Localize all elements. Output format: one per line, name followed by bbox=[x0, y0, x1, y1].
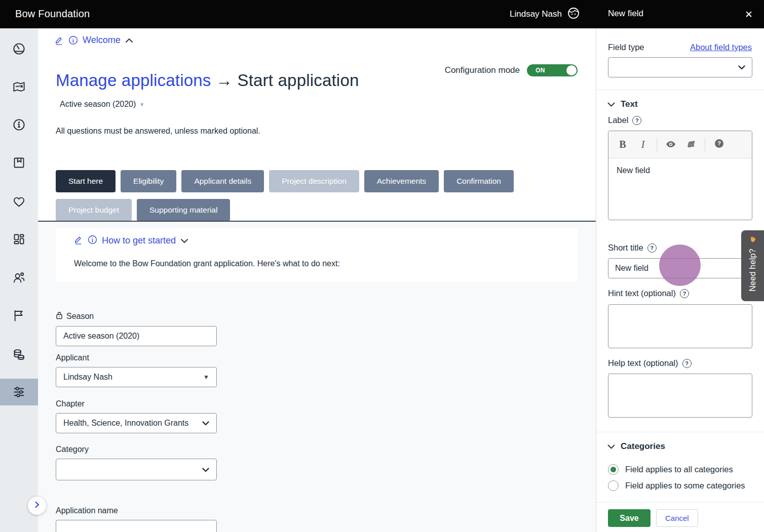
editor-toolbar: B I ? bbox=[608, 131, 752, 158]
need-help-label: Need help? bbox=[748, 249, 757, 292]
field-type-label: Field type bbox=[608, 43, 644, 52]
tab-confirmation[interactable]: Confirmation bbox=[444, 170, 514, 192]
close-icon: ✕ bbox=[745, 9, 753, 20]
category-select[interactable] bbox=[56, 459, 217, 480]
heart-icon[interactable] bbox=[12, 195, 26, 209]
application-name-label: Application name bbox=[56, 506, 118, 515]
radio-label: Field applies to all categories bbox=[625, 465, 733, 474]
coins-icon[interactable] bbox=[12, 348, 26, 361]
eye-icon bbox=[666, 139, 676, 150]
users-icon[interactable] bbox=[12, 271, 26, 284]
tab-achievements[interactable]: Achievements bbox=[364, 170, 439, 192]
edit-icon[interactable] bbox=[55, 35, 64, 45]
label-editor-content[interactable]: New field bbox=[608, 158, 752, 183]
gauge-icon[interactable] bbox=[12, 42, 26, 56]
hint-text-input[interactable] bbox=[608, 304, 752, 348]
help-circle-icon[interactable]: ? bbox=[682, 359, 692, 368]
short-title-input[interactable]: New field bbox=[608, 258, 752, 278]
radio-button[interactable] bbox=[608, 464, 619, 475]
tab-project-budget[interactable]: Project budget bbox=[56, 199, 132, 221]
edit-icon[interactable] bbox=[74, 235, 83, 247]
layout-grid-icon[interactable] bbox=[12, 232, 26, 246]
breadcrumb-arrow: → bbox=[216, 71, 233, 90]
app-window: Bow Foundation Lindsay Nash New field ✕ bbox=[0, 0, 764, 532]
need-help-tab[interactable]: Need help? bbox=[741, 230, 764, 301]
field-type-select[interactable] bbox=[608, 57, 752, 77]
manage-applications-link[interactable]: Manage applications bbox=[56, 71, 211, 90]
help-circle-icon[interactable]: ? bbox=[680, 289, 689, 298]
close-panel-button[interactable]: ✕ bbox=[741, 6, 757, 22]
instructions-note: All questions must be answered, unless m… bbox=[56, 127, 260, 136]
applicant-field: Applicant Lindsay Nash ▼ bbox=[56, 353, 217, 387]
chevron-down-icon bbox=[607, 441, 615, 452]
text-section-title: Text bbox=[621, 99, 638, 109]
tabs: Start hereEligibilityApplicant detailsPr… bbox=[56, 170, 562, 221]
chapter-select[interactable]: Health, Science, Innovation Grants bbox=[56, 413, 217, 433]
sidebar-rail bbox=[0, 28, 38, 532]
collapse-chevron-up-icon[interactable] bbox=[125, 36, 133, 45]
short-title-value: New field bbox=[615, 264, 648, 273]
configuration-mode-label: Configuration mode bbox=[445, 65, 520, 75]
chapter-value: Health, Science, Innovation Grants bbox=[63, 419, 188, 428]
season-input-value[interactable] bbox=[63, 332, 209, 341]
sliders-icon[interactable] bbox=[12, 385, 26, 399]
help-text-input[interactable] bbox=[608, 374, 752, 418]
help-circle-icon[interactable]: ? bbox=[632, 116, 641, 125]
chevron-down-icon bbox=[202, 465, 209, 474]
tab-applicant-details[interactable]: Applicant details bbox=[181, 170, 264, 192]
category-field: Category bbox=[56, 445, 217, 480]
panel-divider bbox=[596, 502, 764, 503]
help-circle-icon[interactable]: ? bbox=[647, 243, 657, 253]
caret-down-icon: ▼ bbox=[139, 102, 144, 107]
editor-help-button[interactable]: ? bbox=[710, 136, 728, 154]
cancel-button[interactable]: Cancel bbox=[656, 509, 698, 527]
radio-button[interactable] bbox=[608, 480, 619, 491]
season-selector-value: Active season (2020) bbox=[60, 100, 136, 109]
flag-icon[interactable] bbox=[12, 309, 26, 322]
about-field-types-link[interactable]: About field types bbox=[690, 43, 752, 52]
categories-section-title: Categories bbox=[621, 441, 665, 452]
season-label-row: Season bbox=[56, 311, 217, 321]
text-section-header[interactable]: Text bbox=[607, 99, 638, 109]
how-to-body: Welcome to the Bow Foundation grant appl… bbox=[74, 259, 340, 268]
how-to-title[interactable]: How to get started bbox=[102, 235, 176, 246]
applicant-value: Lindsay Nash bbox=[63, 373, 112, 382]
bold-button[interactable]: B bbox=[614, 136, 632, 154]
label-rich-text-editor[interactable]: B I ? bbox=[608, 131, 752, 220]
sidebar-expand-button[interactable] bbox=[28, 497, 46, 515]
application-name-input[interactable] bbox=[56, 520, 217, 532]
configuration-mode-toggle[interactable]: ON bbox=[527, 64, 578, 76]
toggle-state-text: ON bbox=[536, 67, 545, 74]
tab-eligibility[interactable]: Eligibility bbox=[121, 170, 176, 192]
radio-some-categories[interactable]: Field applies to some categories bbox=[608, 480, 745, 491]
tab-project-description[interactable]: Project description bbox=[269, 170, 359, 192]
info-circle-icon[interactable] bbox=[88, 235, 97, 247]
panel-divider bbox=[596, 90, 764, 90]
library-button[interactable] bbox=[682, 136, 700, 154]
page-title: Manage applications → Start application bbox=[56, 71, 359, 90]
application-name-input-value[interactable] bbox=[63, 525, 209, 532]
save-button[interactable]: Save bbox=[608, 509, 651, 527]
user-menu[interactable]: Lindsay Nash bbox=[499, 7, 580, 21]
form-scroll-area: How to get started Welcome to the Bow Fo… bbox=[38, 222, 596, 532]
tab-supporting-material[interactable]: Supporting material bbox=[137, 199, 230, 221]
categories-section-header[interactable]: Categories bbox=[607, 441, 665, 452]
chevron-down-icon[interactable] bbox=[180, 236, 188, 245]
tab-start-here[interactable]: Start here bbox=[56, 170, 116, 192]
italic-button[interactable]: I bbox=[634, 136, 652, 154]
welcome-title[interactable]: Welcome bbox=[83, 35, 121, 46]
preview-button[interactable] bbox=[662, 136, 680, 154]
configuration-mode-row: Configuration mode ON bbox=[445, 64, 578, 76]
map-icon[interactable] bbox=[12, 80, 26, 94]
bookmark-icon[interactable] bbox=[12, 156, 26, 170]
avatar-icon[interactable] bbox=[567, 7, 580, 22]
radio-all-categories[interactable]: Field applies to all categories bbox=[608, 464, 733, 475]
applicant-dropdown[interactable]: Lindsay Nash ▼ bbox=[56, 367, 217, 387]
top-bar: Bow Foundation Lindsay Nash New field ✕ bbox=[0, 0, 764, 28]
info-icon[interactable] bbox=[12, 118, 26, 132]
info-circle-icon[interactable] bbox=[68, 35, 78, 45]
season-field: Season bbox=[56, 311, 217, 346]
chevron-down-icon bbox=[607, 99, 615, 109]
season-input[interactable] bbox=[56, 326, 217, 346]
season-selector-dropdown[interactable]: Active season (2020) ▼ bbox=[60, 100, 144, 109]
